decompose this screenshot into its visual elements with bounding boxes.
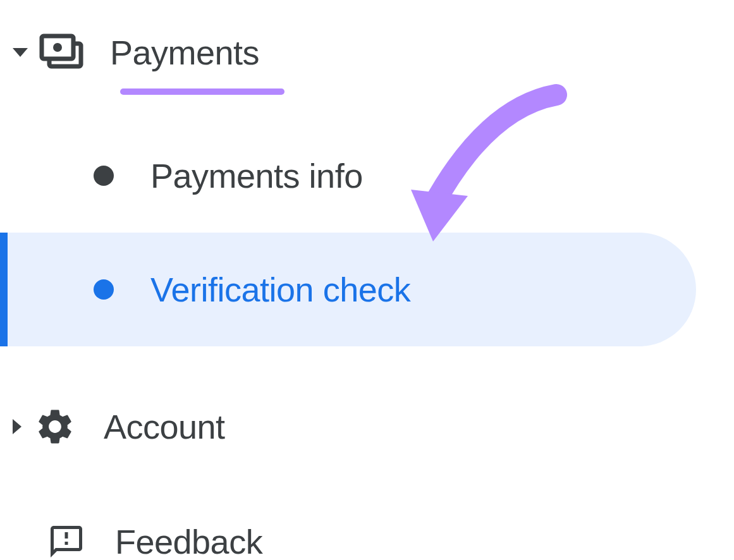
nav-label-payments: Payments bbox=[110, 33, 259, 72]
nav-item-payments-info[interactable]: Payments info bbox=[0, 119, 734, 233]
nav-item-feedback[interactable]: Feedback bbox=[0, 507, 734, 560]
gear-icon bbox=[33, 405, 77, 449]
nav-label-payments-info: Payments info bbox=[150, 156, 363, 195]
nav-item-account[interactable]: Account bbox=[0, 392, 734, 461]
nav-item-payments[interactable]: Payments bbox=[0, 18, 734, 87]
nav-label-verification-check: Verification check bbox=[150, 270, 410, 309]
chevron-right-icon bbox=[13, 419, 21, 434]
nav-label-account: Account bbox=[104, 407, 225, 446]
bullet-icon bbox=[94, 279, 114, 300]
payments-icon bbox=[39, 30, 83, 75]
sidebar-nav: Payments Payments info Verification chec… bbox=[0, 0, 734, 560]
nav-label-feedback: Feedback bbox=[115, 522, 262, 560]
nav-item-verification-check[interactable]: Verification check bbox=[0, 233, 696, 346]
chevron-down-icon bbox=[13, 48, 28, 57]
feedback-icon bbox=[44, 520, 89, 560]
bullet-icon bbox=[94, 166, 114, 186]
annotation-underline bbox=[120, 88, 284, 95]
svg-point-2 bbox=[53, 43, 62, 52]
